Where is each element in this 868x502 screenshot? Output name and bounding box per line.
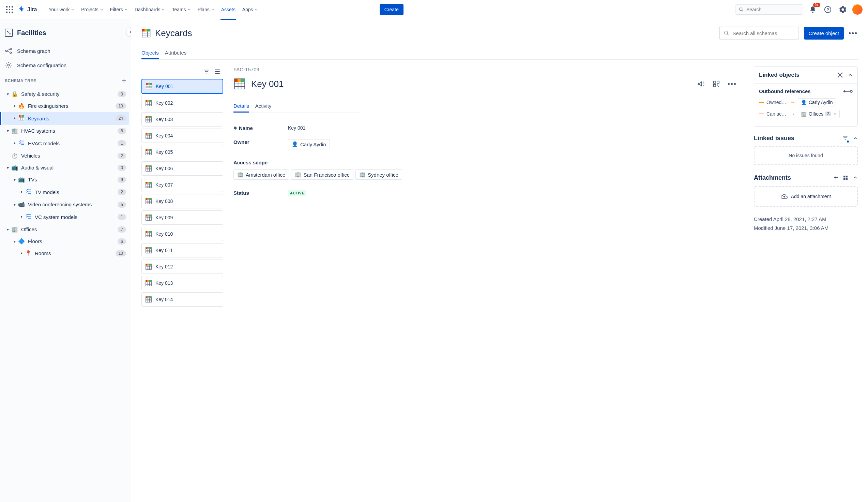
arrow-icon: → — [790, 111, 795, 117]
chevron-up-icon[interactable] — [853, 175, 858, 180]
object-card[interactable]: Key 013 — [142, 276, 223, 290]
owned-by-chip[interactable]: 👤 Carly Aydin — [798, 98, 836, 107]
schema-icon — [5, 29, 13, 37]
svg-point-32 — [8, 64, 10, 66]
search-input[interactable] — [746, 7, 799, 12]
nav-item-assets[interactable]: Assets — [218, 4, 239, 15]
create-object-button[interactable]: Create object — [804, 27, 844, 40]
object-card[interactable]: Key 010 — [142, 227, 223, 241]
svg-rect-14 — [6, 9, 8, 10]
search-icon — [739, 7, 744, 12]
tree-item-hvac-models[interactable]: •HVAC models1 — [2, 137, 129, 150]
object-card[interactable]: Key 003 — [142, 112, 223, 127]
object-detail: FAC-15709 Key 001 ••• DetailsActivity — [234, 67, 744, 495]
add-schema-button[interactable]: + — [122, 77, 126, 85]
filter-icon[interactable] — [842, 135, 848, 142]
svg-point-28 — [10, 48, 12, 50]
help-icon[interactable]: ? — [822, 4, 833, 15]
chevron-down-icon — [833, 112, 837, 116]
tree-item-keycards[interactable]: •Keycards24 — [2, 112, 129, 125]
top-navigation: Jira Your workProjectsFiltersDashboardsT… — [0, 0, 868, 19]
tab-objects[interactable]: Objects — [142, 47, 159, 59]
qr-icon[interactable] — [713, 80, 720, 88]
add-attachment-icon[interactable]: + — [834, 173, 838, 182]
svg-point-20 — [740, 8, 742, 10]
chevron-up-icon[interactable] — [848, 73, 852, 78]
page-title: Keycards — [155, 28, 192, 39]
object-card[interactable]: Key 001 — [142, 79, 223, 94]
detail-tab-activity[interactable]: Activity — [255, 100, 272, 112]
tree-item-audio-visual[interactable]: ▾📺Audio & visual0 — [2, 162, 129, 173]
object-card[interactable]: Key 009 — [142, 210, 223, 225]
more-actions-icon[interactable]: ••• — [849, 29, 858, 37]
tree-item-tv-models[interactable]: •TV models2 — [2, 185, 129, 199]
settings-icon[interactable] — [837, 4, 848, 15]
svg-line-31 — [7, 51, 10, 52]
tree-item-offices[interactable]: ▾🏢Offices7 — [2, 223, 129, 235]
tree-item-safety-security[interactable]: ▾🔒Safety & security0 — [2, 88, 129, 100]
graph-icon[interactable] — [837, 72, 843, 78]
nav-item-teams[interactable]: Teams — [168, 4, 194, 15]
filter-icon[interactable] — [204, 69, 209, 75]
object-title: Key 001 — [251, 79, 283, 89]
nav-item-filters[interactable]: Filters — [107, 4, 131, 15]
nav-item-projects[interactable]: Projects — [78, 4, 107, 15]
tree-item-rooms[interactable]: •📍Rooms10 — [2, 247, 129, 259]
object-card[interactable]: Key 006 — [142, 161, 223, 175]
sidebar: Facilities Schema graph Schema configura… — [0, 19, 131, 502]
object-card[interactable]: Key 011 — [142, 243, 223, 258]
tree-item-vehicles[interactable]: ⏱️Vehicles2 — [2, 150, 129, 162]
app-switcher-icon[interactable] — [6, 6, 14, 14]
scope-chip[interactable]: 🏢San Francisco office — [291, 170, 353, 180]
chevron-up-icon[interactable] — [853, 136, 858, 141]
tree-item-video-conferencing-systems[interactable]: ▾📹Video conferencing systems5 — [2, 199, 129, 210]
tree-item-fire-extinguishers[interactable]: •🔥Fire extinguishers10 — [2, 100, 129, 112]
svg-rect-51 — [846, 178, 848, 180]
schema-config-link[interactable]: Schema configuration — [0, 58, 131, 72]
nav-item-your-work[interactable]: Your work — [45, 4, 78, 15]
no-issues-box: No issues found — [754, 146, 858, 165]
scope-chip[interactable]: 🏢Sydney office — [355, 170, 402, 180]
tab-attributes[interactable]: Attributes — [165, 47, 186, 59]
can-access-chip[interactable]: 🏢 Offices 3 — [798, 110, 840, 118]
owner-chip[interactable]: 👤 Carly Aydin — [288, 139, 330, 149]
jira-logo[interactable]: Jira — [18, 6, 37, 14]
object-more-icon[interactable]: ••• — [727, 80, 737, 88]
nav-item-apps[interactable]: Apps — [239, 4, 261, 15]
object-card[interactable]: Key 002 — [142, 96, 223, 110]
svg-rect-13 — [12, 6, 13, 8]
schema-graph-link[interactable]: Schema graph — [0, 44, 131, 58]
grid-view-icon[interactable] — [843, 175, 848, 180]
svg-point-27 — [6, 50, 7, 52]
object-card[interactable]: Key 004 — [142, 129, 223, 143]
create-button[interactable]: Create — [380, 4, 403, 15]
schema-search[interactable] — [719, 27, 799, 40]
object-card[interactable]: Key 014 — [142, 292, 223, 307]
detail-tab-details[interactable]: Details — [234, 100, 249, 112]
user-avatar[interactable] — [852, 4, 862, 15]
tree-item-vc-system-models[interactable]: •VC system models1 — [2, 210, 129, 223]
add-attachment-box[interactable]: Add an attachment — [754, 186, 858, 207]
notifications-icon[interactable]: 9+ — [807, 4, 818, 15]
svg-line-30 — [7, 49, 10, 50]
object-card[interactable]: Key 012 — [142, 260, 223, 274]
announce-icon[interactable] — [698, 80, 705, 88]
svg-rect-15 — [9, 9, 10, 10]
svg-point-33 — [724, 31, 727, 34]
list-view-icon[interactable] — [214, 69, 220, 75]
schema-search-input[interactable] — [733, 30, 794, 36]
svg-rect-39 — [718, 86, 719, 87]
tree-item-floors[interactable]: ▾🔷Floors6 — [2, 235, 129, 247]
linked-objects-title: Linked objects — [759, 72, 799, 79]
object-card[interactable]: Key 008 — [142, 194, 223, 208]
nav-item-dashboards[interactable]: Dashboards — [131, 4, 169, 15]
tree-item-hvac-systems[interactable]: ▾🏢HVAC systems6 — [2, 125, 129, 137]
nav-item-plans[interactable]: Plans — [194, 4, 218, 15]
object-card[interactable]: Key 005 — [142, 145, 223, 159]
global-search[interactable] — [735, 4, 803, 15]
object-card[interactable]: Key 007 — [142, 178, 223, 192]
tree-item-tvs[interactable]: ▾📺TVs9 — [2, 173, 129, 185]
svg-rect-19 — [12, 12, 13, 13]
scope-chip[interactable]: 🏢Amsterdam office — [234, 170, 289, 180]
svg-line-26 — [8, 32, 10, 34]
